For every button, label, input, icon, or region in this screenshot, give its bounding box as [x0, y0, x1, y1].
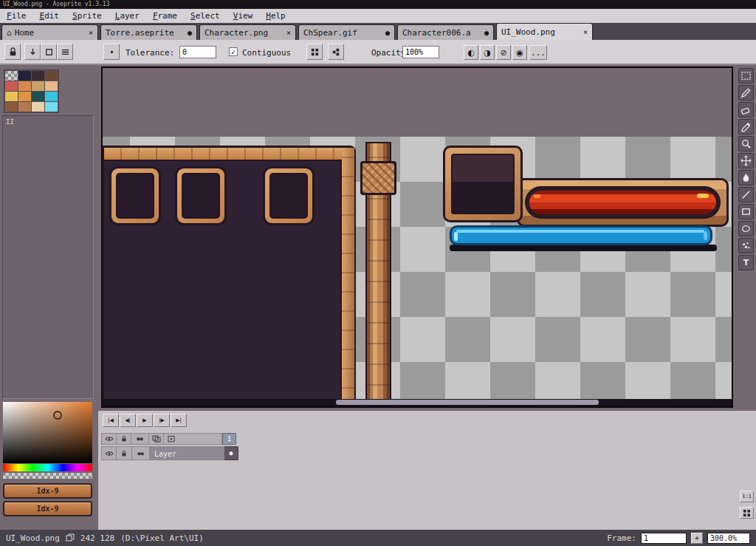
- last-frame-button[interactable]: ▶|: [171, 414, 187, 427]
- menu-file[interactable]: File: [0, 9, 33, 23]
- link-dots-icon[interactable]: ●●: [131, 434, 149, 444]
- layer-lock-toggle[interactable]: [117, 446, 132, 460]
- palette-options-button[interactable]: [57, 44, 73, 60]
- palette-swatch[interactable]: [32, 102, 44, 112]
- zoom-tool[interactable]: [738, 136, 754, 151]
- layer-name[interactable]: Layer: [150, 446, 224, 460]
- opacity-input[interactable]: [402, 46, 439, 58]
- eyedropper-tool[interactable]: [738, 119, 754, 134]
- item-slot-1: [109, 166, 161, 225]
- line-tool[interactable]: [738, 187, 754, 202]
- zoom-input[interactable]: [707, 533, 750, 544]
- menu-view[interactable]: View: [227, 9, 260, 23]
- timeline-grid-button[interactable]: [740, 507, 754, 519]
- ink-option-button-4[interactable]: ◉: [512, 45, 527, 60]
- palette-presets-button[interactable]: [41, 44, 57, 60]
- tab-character-png[interactable]: Character.png ×: [199, 24, 296, 40]
- tab-home[interactable]: ⌂ Home ×: [1, 24, 98, 40]
- onion-skin-icon[interactable]: [149, 434, 164, 444]
- tab-modified-icon[interactable]: ●: [382, 29, 390, 37]
- tab-torre[interactable]: Torre.aseprite ●: [100, 24, 197, 40]
- palette-swatch[interactable]: [5, 81, 18, 91]
- keyframe-cell[interactable]: ●: [224, 446, 238, 460]
- color-picker-gradient[interactable]: [3, 402, 92, 463]
- palette-swatch[interactable]: [32, 92, 44, 101]
- palette-swatch[interactable]: [45, 102, 58, 112]
- ink-option-button-2[interactable]: ◑: [480, 45, 495, 60]
- move-tool[interactable]: [738, 153, 754, 168]
- menu-select[interactable]: Select: [184, 9, 227, 23]
- menu-frame[interactable]: Frame: [146, 9, 184, 23]
- menu-sprite[interactable]: Sprite: [66, 9, 109, 23]
- ink-option-button-3[interactable]: ⊘: [496, 45, 511, 60]
- tab-character006[interactable]: Character006.a ●: [397, 24, 494, 40]
- palette-swatch[interactable]: [32, 81, 44, 91]
- tab-close-icon[interactable]: ×: [284, 29, 291, 37]
- paint-bucket-tool[interactable]: [738, 170, 754, 185]
- palette-swatch[interactable]: [5, 102, 18, 112]
- palette-swatch[interactable]: [18, 71, 31, 81]
- palette-swatch[interactable]: [18, 92, 31, 101]
- tolerance-input[interactable]: [179, 46, 216, 58]
- blur-tool[interactable]: [738, 238, 754, 253]
- ink-option-button-1[interactable]: ◐: [464, 45, 478, 60]
- mana-bar-left-cap: [454, 232, 458, 241]
- tab-chspear[interactable]: ChSpear.gif ●: [298, 24, 395, 40]
- picker-marker[interactable]: [53, 411, 62, 420]
- palette-swatch[interactable]: [45, 81, 58, 91]
- fill-style-button[interactable]: [328, 44, 344, 60]
- palette-sort-button[interactable]: [24, 44, 41, 60]
- previous-frame-button[interactable]: ◀|: [120, 414, 136, 427]
- rectangle-tool[interactable]: [738, 204, 754, 219]
- alpha-slider[interactable]: [3, 473, 92, 479]
- layer-visibility-toggle[interactable]: [101, 446, 117, 460]
- palette-swatch[interactable]: [18, 102, 31, 112]
- contour-tool[interactable]: [738, 221, 754, 236]
- background-color-button[interactable]: Idx-9: [3, 501, 92, 516]
- foreground-color-button[interactable]: Idx-9: [3, 483, 92, 499]
- lock-icon[interactable]: [117, 434, 131, 444]
- palette-swatch[interactable]: [5, 71, 18, 81]
- rectangular-marquee-tool[interactable]: [738, 68, 754, 83]
- palette-scroll-area[interactable]: II: [2, 115, 94, 399]
- edit-palette-button[interactable]: [4, 44, 21, 60]
- menu-help[interactable]: Help: [259, 9, 292, 23]
- menu-layer[interactable]: Layer: [109, 9, 146, 23]
- hue-slider[interactable]: [3, 464, 92, 471]
- frame-number-input[interactable]: [641, 533, 687, 544]
- palette-swatch[interactable]: [5, 92, 18, 101]
- canvas-hscrollbar[interactable]: [103, 399, 732, 406]
- more-options-button[interactable]: ...: [529, 45, 547, 60]
- palette-swatch[interactable]: [45, 71, 58, 81]
- frame-header-1[interactable]: 1: [222, 433, 236, 445]
- tab-close-icon[interactable]: ×: [86, 29, 93, 37]
- tab-modified-icon[interactable]: ●: [481, 29, 489, 37]
- ink-icon: ◉: [516, 48, 523, 58]
- next-frame-button[interactable]: |▶: [154, 414, 170, 427]
- one-to-one-zoom-button[interactable]: 1:1: [740, 491, 754, 502]
- eraser-tool[interactable]: [738, 102, 754, 117]
- add-frame-button[interactable]: +: [691, 533, 703, 544]
- eye-icon[interactable]: [102, 434, 117, 444]
- brush-size-button[interactable]: [103, 44, 120, 60]
- palette-swatch[interactable]: [45, 92, 58, 101]
- text-tool[interactable]: T: [738, 255, 754, 270]
- pixel-connectivity-button[interactable]: [306, 44, 323, 60]
- tab-close-icon[interactable]: ×: [580, 28, 588, 36]
- layer-link-toggle[interactable]: ●●: [132, 446, 150, 460]
- contiguous-checkbox[interactable]: ✓: [229, 47, 238, 56]
- tab-ui-wood[interactable]: UI_Wood.png ×: [496, 23, 593, 40]
- layer-row[interactable]: ●● Layer ●: [101, 446, 238, 460]
- menu-edit[interactable]: Edit: [33, 9, 66, 23]
- tab-modified-icon[interactable]: ●: [185, 29, 192, 37]
- canvas-hscrollbar-thumb[interactable]: [336, 400, 599, 405]
- window-title: UI_Wood.png - Aseprite v1.3.13: [3, 1, 110, 7]
- tab-label: Home: [15, 28, 35, 38]
- sprite-canvas[interactable]: [101, 66, 733, 408]
- first-frame-button[interactable]: |◀: [103, 414, 119, 427]
- pencil-tool[interactable]: [738, 85, 754, 100]
- palette-swatch[interactable]: [18, 81, 31, 91]
- play-button[interactable]: ▶: [137, 414, 153, 427]
- palette-swatch[interactable]: [32, 71, 44, 81]
- timeline-options-icon[interactable]: [164, 434, 179, 444]
